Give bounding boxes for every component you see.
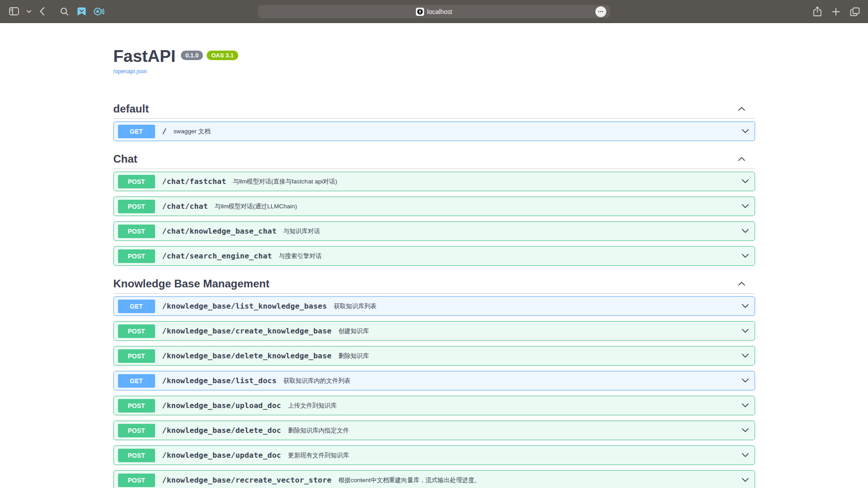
section-collapse-button[interactable] xyxy=(737,106,746,112)
api-info: FastAPI 0.1.0 OAS 3.1 /openapi.json xyxy=(113,23,755,75)
browser-toolbar: localhost ••• xyxy=(0,0,868,23)
chevron-down-icon xyxy=(741,178,750,184)
endpoint-description: 删除知识库 xyxy=(338,352,369,360)
endpoint-row[interactable]: POST/knowledge_base/create_knowledge_bas… xyxy=(113,321,755,341)
chevron-down-icon xyxy=(741,378,750,384)
section-header[interactable]: Chat xyxy=(113,149,755,169)
endpoint-path: /chat/knowledge_base_chat xyxy=(162,227,277,235)
expand-endpoint-button[interactable] xyxy=(741,427,750,433)
method-badge: POST xyxy=(118,474,155,487)
endpoint-path: /chat/search_engine_chat xyxy=(162,252,272,260)
expand-endpoint-button[interactable] xyxy=(741,228,750,234)
search-button[interactable] xyxy=(60,7,69,16)
method-badge: GET xyxy=(118,374,155,388)
section-collapse-button[interactable] xyxy=(737,156,746,162)
method-badge: POST xyxy=(118,324,155,338)
chevron-down-icon xyxy=(27,10,31,13)
endpoint-row[interactable]: GET/swagger 文档 xyxy=(113,122,755,141)
section-header[interactable]: default xyxy=(113,99,755,119)
endpoint-row[interactable]: POST/knowledge_base/update_doc更新现有文件到知识库 xyxy=(113,446,755,465)
expand-endpoint-button[interactable] xyxy=(741,477,750,483)
search-icon xyxy=(60,7,69,16)
endpoint-row[interactable]: POST/knowledge_base/delete_knowledge_bas… xyxy=(113,346,755,366)
endpoint-description: 根据content中文档重建向量库，流式输出处理进度。 xyxy=(338,476,480,484)
endpoint-row[interactable]: POST/chat/search_engine_chat与搜索引擎对话 xyxy=(113,246,755,266)
section-title: default xyxy=(113,103,149,115)
chevron-up-icon xyxy=(737,156,746,162)
back-icon xyxy=(39,7,45,16)
chevron-down-icon xyxy=(741,353,750,359)
method-badge: GET xyxy=(118,125,155,138)
section-endpoints: GET/swagger 文档 xyxy=(113,122,755,141)
expand-endpoint-button[interactable] xyxy=(741,452,750,458)
share-button[interactable] xyxy=(813,6,822,17)
chevron-down-icon xyxy=(741,328,750,334)
endpoint-description: 获取知识库内的文件列表 xyxy=(283,377,351,385)
toolbar-right-group xyxy=(813,0,860,23)
pinned-tab-broadcast[interactable] xyxy=(94,7,104,16)
sidebar-toggle-button[interactable] xyxy=(9,7,19,15)
fastapi-favicon-bolt-icon xyxy=(417,9,423,15)
endpoint-description: 与llm模型对话(直接与fastchat api对话) xyxy=(233,178,337,186)
expand-endpoint-button[interactable] xyxy=(741,378,750,384)
address-bar[interactable]: localhost ••• xyxy=(258,5,610,18)
section-endpoints: POST/chat/fastchat与llm模型对话(直接与fastchat a… xyxy=(113,172,755,266)
endpoint-description: 更新现有文件到知识库 xyxy=(288,451,349,460)
sidebar-toggle-icon xyxy=(9,7,19,15)
endpoint-description: 删除知识库内指定文件 xyxy=(288,427,349,435)
endpoint-path: /knowledge_base/delete_knowledge_base xyxy=(162,352,332,360)
chevron-down-icon xyxy=(741,477,750,483)
chevron-down-icon xyxy=(741,128,750,134)
section-collapse-button[interactable] xyxy=(737,281,746,286)
expand-endpoint-button[interactable] xyxy=(741,403,750,408)
endpoint-row[interactable]: POST/chat/chat与llm模型对话(通过LLMChain) xyxy=(113,197,755,216)
back-button[interactable] xyxy=(39,7,45,16)
method-badge: GET xyxy=(118,300,155,313)
endpoint-row[interactable]: GET/knowledge_base/list_docs获取知识库内的文件列表 xyxy=(113,371,755,390)
endpoint-description: 创建知识库 xyxy=(338,327,369,335)
endpoint-description: swagger 文档 xyxy=(174,127,211,136)
endpoint-path: /knowledge_base/delete_doc xyxy=(162,426,281,435)
endpoint-row[interactable]: POST/chat/knowledge_base_chat与知识库对话 xyxy=(113,221,755,241)
section-title: Knowledge Base Management xyxy=(113,277,269,290)
toolbar-left-group xyxy=(0,7,104,16)
tabs-overview-icon xyxy=(850,7,860,16)
chevron-down-icon xyxy=(741,403,750,408)
endpoint-row[interactable]: POST/knowledge_base/recreate_vector_stor… xyxy=(113,470,755,488)
method-badge: POST xyxy=(118,399,155,413)
endpoint-row[interactable]: POST/chat/fastchat与llm模型对话(直接与fastchat a… xyxy=(113,172,755,191)
chevron-down-icon xyxy=(741,303,750,309)
endpoint-path: /knowledge_base/list_docs xyxy=(162,376,277,385)
chevron-down-icon xyxy=(741,228,750,234)
section-header[interactable]: Knowledge Base Management xyxy=(113,274,755,294)
expand-endpoint-button[interactable] xyxy=(741,203,750,209)
pinned-tab-bookmark[interactable] xyxy=(77,7,86,16)
new-tab-button[interactable] xyxy=(832,8,840,16)
sidebar-dropdown-button[interactable] xyxy=(27,10,31,13)
method-badge: POST xyxy=(118,449,155,462)
endpoint-description: 与搜索引擎对话 xyxy=(279,252,322,260)
chevron-up-icon xyxy=(737,106,746,112)
method-badge: POST xyxy=(118,200,155,213)
expand-endpoint-button[interactable] xyxy=(741,328,750,334)
expand-endpoint-button[interactable] xyxy=(741,128,750,134)
oas-badge: OAS 3.1 xyxy=(207,51,238,60)
chevron-down-icon xyxy=(741,203,750,209)
openapi-spec-link[interactable]: /openapi.json xyxy=(113,68,147,75)
endpoint-row[interactable]: GET/knowledge_base/list_knowledge_bases获… xyxy=(113,296,755,316)
expand-endpoint-button[interactable] xyxy=(741,178,750,184)
page-settings-ellipsis-button[interactable]: ••• xyxy=(595,6,606,17)
expand-endpoint-button[interactable] xyxy=(741,253,750,259)
chevron-down-icon xyxy=(741,452,750,458)
expand-endpoint-button[interactable] xyxy=(741,303,750,309)
endpoint-path: / xyxy=(162,127,167,136)
swagger-page: FastAPI 0.1.0 OAS 3.1 /openapi.json defa… xyxy=(0,23,868,488)
endpoint-path: /knowledge_base/create_knowledge_base xyxy=(162,327,332,335)
endpoint-row[interactable]: POST/knowledge_base/delete_doc删除知识库内指定文件 xyxy=(113,421,755,440)
tabs-overview-button[interactable] xyxy=(850,7,860,16)
endpoint-row[interactable]: POST/knowledge_base/upload_doc上传文件到知识库 xyxy=(113,396,755,415)
chevron-down-icon xyxy=(741,253,750,259)
endpoint-description: 获取知识库列表 xyxy=(334,302,377,310)
expand-endpoint-button[interactable] xyxy=(741,353,750,359)
section-title: Chat xyxy=(113,153,137,165)
